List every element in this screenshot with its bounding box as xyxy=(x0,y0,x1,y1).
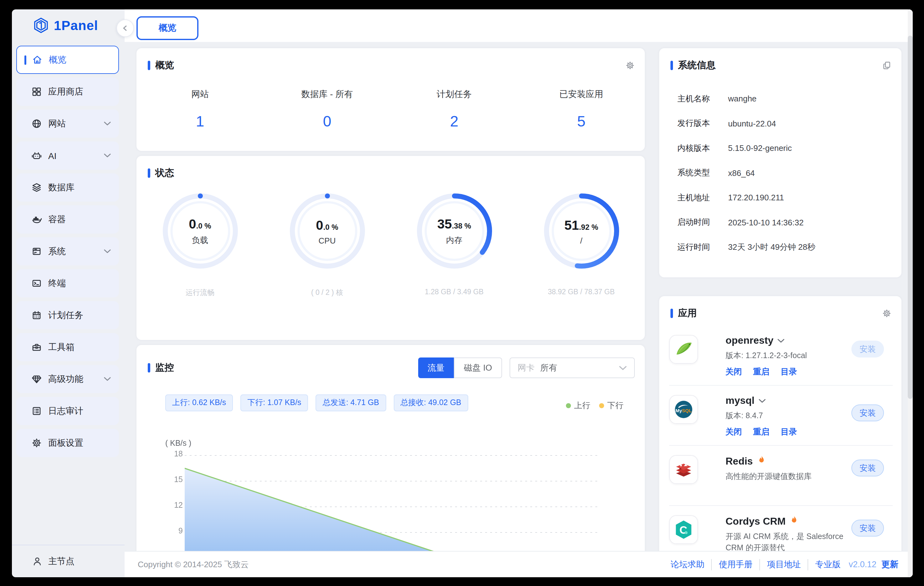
app-directory-link[interactable]: 目录 xyxy=(780,366,797,378)
legend-dot-yellow xyxy=(599,403,604,408)
y-tick: 12 xyxy=(162,501,183,510)
install-button[interactable]: 安装 xyxy=(851,520,884,536)
system-info-rows: 主机名称wanghe 发行版本ubuntu-22.04 内核版本5.15.0-9… xyxy=(659,86,901,259)
stat-value-link[interactable]: 2 xyxy=(391,113,518,130)
sidebar-item-toolbox[interactable]: 工具箱 xyxy=(16,333,119,361)
sidebar-item-cronjob[interactable]: 计划任务 xyxy=(16,301,119,329)
log-list-icon xyxy=(31,406,42,416)
update-link[interactable]: 更新 xyxy=(881,559,898,570)
app-directory-link[interactable]: 目录 xyxy=(780,426,797,437)
info-row-uptime: 运行时间32天 3小时 49分钟 28秒 xyxy=(659,235,901,259)
project-site-link[interactable]: 项目地址 xyxy=(759,559,808,570)
traffic-tab-button[interactable]: 流量 xyxy=(418,358,454,378)
chart-legend: 上行 下行 xyxy=(566,400,624,411)
upstream-rate-tag: 上行: 0.62 KB/s xyxy=(165,395,233,411)
app-name[interactable]: openresty xyxy=(726,335,854,346)
title-accent-bar xyxy=(148,168,150,178)
stat-label: 计划任务 xyxy=(391,89,518,100)
app-name[interactable]: Cordys CRM xyxy=(726,515,854,527)
robot-icon xyxy=(31,150,42,161)
overview-stats: 网站 1 数据库 - 所有 0 计划任务 2 已安装应用 5 xyxy=(137,89,645,130)
sidebar-item-container[interactable]: 容器 xyxy=(16,205,119,234)
sidebar-item-website[interactable]: 网站 xyxy=(16,109,119,138)
gauge-caption: 38.92 GB / 78.37 GB xyxy=(540,288,622,295)
gauge-caption: ( 0 / 2 ) 核 xyxy=(286,288,368,297)
gauge-load: 0.0 % 负载 运行流畅 xyxy=(159,190,241,297)
sidebar-item-label: 系统 xyxy=(48,246,66,257)
sidebar-menu: 概览 应用商店 网站 AI 数据库 xyxy=(12,46,125,461)
sidebar-item-advanced[interactable]: 高级功能 xyxy=(16,365,119,393)
sidebar-item-label: 高级功能 xyxy=(48,373,83,385)
gear-icon[interactable] xyxy=(882,309,891,318)
monitor-mode-switch: 流量 磁盘 IO xyxy=(418,358,502,378)
legend-downstream[interactable]: 下行 xyxy=(599,400,624,411)
sidebar-item-terminal[interactable]: 终端 xyxy=(16,269,119,297)
pro-edition-link[interactable]: 专业版 xyxy=(808,559,847,570)
app-name[interactable]: Redis xyxy=(726,455,854,467)
vertical-scrollbar xyxy=(908,9,913,577)
sidebar-item-label: 计划任务 xyxy=(48,310,83,321)
stat-cronjobs: 计划任务 2 xyxy=(391,89,518,130)
disk-io-tab-button[interactable]: 磁盘 IO xyxy=(454,358,502,378)
tab-overview[interactable]: 概览 xyxy=(137,16,198,40)
install-button[interactable]: 安装 xyxy=(851,404,884,421)
app-restart-link[interactable]: 重启 xyxy=(753,426,769,437)
gauge-label: 内存 xyxy=(446,235,462,246)
scrollbar-thumb[interactable] xyxy=(908,36,913,399)
legend-dot-green xyxy=(566,403,571,408)
nic-select[interactable]: 网卡 所有 xyxy=(510,358,635,378)
sidebar-item-logs[interactable]: 日志审计 xyxy=(16,397,119,425)
info-row-ip: 主机地址172.20.190.211 xyxy=(659,185,901,210)
sidebar-collapse-button[interactable] xyxy=(116,20,134,37)
y-axis-unit: ( KB/s ) xyxy=(165,439,191,447)
copy-icon[interactable] xyxy=(882,61,891,70)
forum-help-link[interactable]: 论坛求助 xyxy=(663,559,711,570)
hot-flame-icon xyxy=(790,515,798,527)
docker-whale-icon xyxy=(31,214,42,225)
sidebar-item-app-store[interactable]: 应用商店 xyxy=(16,78,119,106)
terminal-icon xyxy=(31,278,42,289)
status-card: 状态 0.0 % 负载 xyxy=(137,156,645,340)
sidebar-item-overview[interactable]: 概览 xyxy=(16,46,119,74)
redis-logo-icon xyxy=(669,455,698,484)
app-version: 版本: 1.27.1.2-2-3-focal xyxy=(726,350,854,361)
copyright-text: Copyright © 2014-2025 飞致云 xyxy=(138,559,249,570)
info-row-arch: 系统类型x86_64 xyxy=(659,160,901,185)
main-area: 概览 概览 网站 1 数据库 - 所有 0 xyxy=(125,9,913,577)
cordys-logo-icon: C xyxy=(669,515,698,544)
gauge-cpu: 0.0 % CPU ( 0 / 2 ) 核 xyxy=(286,190,368,297)
gear-icon[interactable] xyxy=(625,61,635,70)
stat-value-link[interactable]: 1 xyxy=(137,113,264,130)
stat-label: 网站 xyxy=(137,89,264,100)
footer-links: 论坛求助 使用手册 项目地址 专业版 v2.0.12 更新 xyxy=(663,559,898,570)
sidebar-item-database[interactable]: 数据库 xyxy=(16,173,119,201)
app-description: 高性能的开源键值数据库 xyxy=(726,471,854,482)
total-received-tag: 总接收: 49.02 GB xyxy=(393,395,468,411)
monitor-title: 监控 xyxy=(155,362,174,374)
chevron-down-icon xyxy=(104,154,111,158)
apps-title: 应用 xyxy=(678,307,697,319)
sidebar-item-label: 工具箱 xyxy=(48,342,74,353)
stat-value-link[interactable]: 5 xyxy=(518,113,645,130)
app-name[interactable]: mysql xyxy=(726,395,854,406)
install-button[interactable]: 安装 xyxy=(851,340,884,358)
app-stop-link[interactable]: 关闭 xyxy=(726,366,742,378)
brand-logo[interactable]: 1Panel xyxy=(33,17,98,34)
app-stop-link[interactable]: 关闭 xyxy=(726,426,742,437)
y-tick: 15 xyxy=(162,475,183,484)
app-description: 开源 AI CRM 系统，是 Salesforce CRM 的开源替代 xyxy=(726,531,854,554)
gauge-label: / xyxy=(580,236,582,245)
sidebar-node-switcher[interactable]: 主节点 xyxy=(12,545,125,577)
install-button[interactable]: 安装 xyxy=(851,459,884,477)
user-manual-link[interactable]: 使用手册 xyxy=(711,559,759,570)
sidebar-item-system[interactable]: 系统 xyxy=(16,237,119,266)
sidebar-item-ai[interactable]: AI xyxy=(16,142,119,170)
legend-upstream[interactable]: 上行 xyxy=(566,400,590,411)
app-restart-link[interactable]: 重启 xyxy=(753,366,769,378)
stat-value-link[interactable]: 0 xyxy=(264,113,391,130)
overview-card: 概览 网站 1 数据库 - 所有 0 计划任务 2 xyxy=(137,48,645,151)
traffic-summary-row: 上行: 0.62 KB/s 下行: 1.07 KB/s 总发送: 4.71 GB… xyxy=(137,395,645,411)
sidebar-item-settings[interactable]: 面板设置 xyxy=(16,429,119,457)
total-sent-tag: 总发送: 4.71 GB xyxy=(316,395,386,411)
title-accent-bar xyxy=(670,309,673,318)
